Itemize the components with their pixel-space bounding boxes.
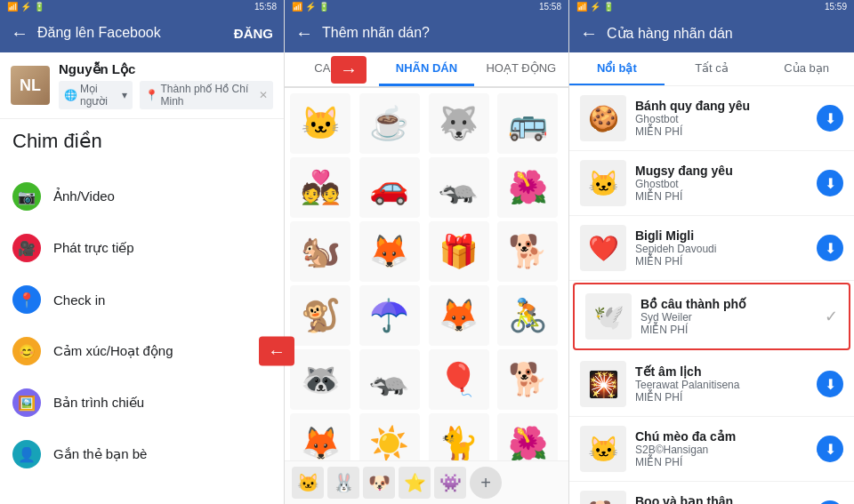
pack-price: MIỄN PHÍ bbox=[635, 125, 808, 138]
pack-price: MIỄN PHÍ bbox=[635, 456, 808, 468]
sticker-thumb[interactable]: 🐶 bbox=[363, 467, 395, 499]
panel1-title: Đăng lên Facebook bbox=[37, 25, 161, 41]
sticker-pack-item[interactable]: ❤️ Bigli Migli Sepideh Davoudi MIỄN PHÍ … bbox=[569, 216, 854, 281]
download-button[interactable]: ⬇ bbox=[817, 170, 843, 196]
sticker-cell[interactable]: 🦊 bbox=[429, 285, 489, 346]
globe-icon: 🌐 bbox=[64, 89, 77, 101]
add-sticker-button[interactable]: + bbox=[470, 467, 502, 499]
sticker-cell[interactable]: 🐈 bbox=[429, 413, 489, 460]
menu-item-emoji[interactable]: 😊 Cảm xúc/Hoạt động ← bbox=[0, 325, 284, 377]
download-button[interactable]: ⬇ bbox=[817, 235, 843, 261]
sticker-cell[interactable]: 🐕 bbox=[497, 221, 558, 282]
sticker-cell[interactable]: 🐿️ bbox=[290, 221, 350, 282]
menu-label-checkin: Check in bbox=[53, 292, 105, 308]
pack-thumbnail: 🍪 bbox=[580, 95, 626, 141]
sticker-cell[interactable]: 🚌 bbox=[497, 93, 558, 154]
sticker-pack-item[interactable]: 🐱 Chú mèo đa cảm S2B©Hansigan MIỄN PHÍ ⬇ bbox=[569, 417, 854, 482]
tab-camera[interactable]: CAM... bbox=[285, 52, 379, 86]
sticker-cell[interactable]: ☂️ bbox=[359, 285, 420, 346]
sticker-cell[interactable]: 🐺 bbox=[429, 93, 489, 154]
panel-stickers: 📶 ⚡ 🔋 15:58 ← Thêm nhãn dán? CAM... NHÃN… bbox=[285, 0, 569, 504]
menu-label-slideshow: Bản trình chiếu bbox=[53, 395, 144, 411]
sticker-cell[interactable]: 🦡 bbox=[359, 349, 420, 410]
tab-all[interactable]: Tất cả bbox=[665, 52, 760, 85]
tab-activity[interactable]: HOẠT ĐỘNG bbox=[474, 52, 568, 86]
pack-thumbnail: 🐕 bbox=[580, 491, 626, 504]
pack-info: Bồ câu thành phố Syd Weiler MIỄN PHÍ bbox=[640, 297, 816, 336]
pack-thumbnail: 🐱 bbox=[580, 160, 626, 206]
download-button[interactable]: ⬇ bbox=[817, 371, 843, 397]
status-time-p3: 15:59 bbox=[825, 2, 847, 12]
sticker-cell[interactable]: 🚴 bbox=[497, 285, 558, 346]
sticker-cell[interactable]: 🦊 bbox=[290, 413, 350, 460]
menu-item-photo[interactable]: 📷 Ảnh/Video bbox=[0, 171, 284, 222]
sticker-cell[interactable]: ☀️ bbox=[359, 413, 420, 460]
sticker-thumb[interactable]: ⭐ bbox=[399, 467, 431, 499]
sticker-thumb[interactable]: 👾 bbox=[434, 467, 466, 499]
location-tag[interactable]: 📍 Thành phố Hồ Chí Minh ✕ bbox=[140, 81, 273, 109]
panel2-header: ← Thêm nhãn dán? bbox=[285, 13, 568, 52]
menu-item-slideshow[interactable]: 🖼️ Bản trình chiếu bbox=[0, 377, 284, 428]
sticker-cell[interactable]: 🦝 bbox=[290, 349, 350, 410]
audience-selector[interactable]: 🌐 Mọi người ▾ bbox=[59, 81, 133, 109]
pack-name: Chú mèo đa cảm bbox=[635, 429, 808, 444]
sticker-cell[interactable]: 🦡 bbox=[429, 157, 489, 218]
user-details: Nguyễn Lộc 🌐 Mọi người ▾ 📍 Thành phố Hồ … bbox=[59, 61, 273, 109]
download-button[interactable]: ⬇ bbox=[817, 500, 843, 504]
live-icon: 🎥 bbox=[12, 234, 41, 262]
download-button[interactable]: ⬇ bbox=[817, 436, 843, 462]
pack-info: Bánh quy đang yêu Ghostbot MIỄN PHÍ bbox=[635, 99, 808, 138]
tab-stickers[interactable]: NHÃN DÁN bbox=[379, 52, 473, 86]
pack-name: Bồ câu thành phố bbox=[640, 297, 816, 311]
sticker-cell[interactable]: 🐕 bbox=[497, 349, 558, 410]
menu-label-photo: Ảnh/Video bbox=[53, 188, 115, 204]
sticker-cell[interactable]: 🎁 bbox=[429, 221, 489, 282]
avatar: NL bbox=[11, 66, 50, 105]
sticker-pack-item[interactable]: 🍪 Bánh quy đang yêu Ghostbot MIỄN PHÍ ⬇ bbox=[569, 86, 854, 151]
sticker-cell[interactable]: 💑 bbox=[290, 157, 350, 218]
back-icon-p1[interactable]: ← bbox=[11, 23, 28, 44]
photo-icon: 📷 bbox=[12, 182, 41, 211]
pack-info: Chú mèo đa cảm S2B©Hansigan MIỄN PHÍ bbox=[635, 429, 808, 468]
status-time-p2: 15:58 bbox=[539, 2, 561, 12]
user-name: Nguyễn Lộc bbox=[59, 61, 273, 77]
pack-info: Boo và bạn thân Buddy Boo, Inc. MIỄN PHÍ bbox=[635, 494, 808, 504]
back-icon-p3[interactable]: ← bbox=[580, 23, 598, 44]
tab-yours[interactable]: Của bạn bbox=[759, 52, 854, 85]
menu-item-checkin[interactable]: 📍 Check in bbox=[0, 274, 284, 325]
sticker-thumb[interactable]: 🐱 bbox=[292, 467, 324, 499]
menu-label-live: Phát trực tiếp bbox=[53, 240, 134, 256]
panel2-title: Thêm nhãn dán? bbox=[322, 25, 558, 41]
sticker-pack-item-highlighted[interactable]: 🕊️ Bồ câu thành phố Syd Weiler MIỄN PHÍ … bbox=[573, 283, 850, 350]
post-button[interactable]: ĐĂNG bbox=[234, 26, 273, 41]
pack-thumbnail: 🐱 bbox=[580, 426, 626, 472]
close-location-icon[interactable]: ✕ bbox=[259, 89, 268, 101]
menu-item-tag[interactable]: 👤 Gắn thẻ bạn bè bbox=[0, 428, 284, 480]
sticker-cell[interactable]: 🐱 bbox=[290, 93, 350, 154]
sticker-cell[interactable]: 🦊 bbox=[359, 221, 420, 282]
panel3-header: ← Cửa hàng nhãn dán bbox=[569, 13, 854, 52]
menu-item-live[interactable]: 🎥 Phát trực tiếp bbox=[0, 222, 284, 274]
user-info-section: NL Nguyễn Lộc 🌐 Mọi người ▾ 📍 Thành phố … bbox=[0, 52, 284, 119]
sticker-pack-item[interactable]: 🐱 Mugsy đang yêu Ghostbot MIỄN PHÍ ⬇ bbox=[569, 151, 854, 216]
panel3-title: Cửa hàng nhãn dán bbox=[607, 25, 843, 42]
sticker-thumb[interactable]: 🐰 bbox=[327, 467, 359, 499]
user-meta: 🌐 Mọi người ▾ 📍 Thành phố Hồ Chí Minh ✕ bbox=[59, 81, 273, 109]
download-button[interactable]: ⬇ bbox=[817, 105, 843, 132]
sticker-cell[interactable]: 🌺 bbox=[497, 157, 558, 218]
chevron-icon: ▾ bbox=[122, 89, 127, 101]
pack-author: Teerawat Palanitisena bbox=[635, 379, 808, 391]
tab-featured[interactable]: Nổi bật bbox=[569, 52, 665, 85]
sticker-pack-item[interactable]: 🐕 Boo và bạn thân Buddy Boo, Inc. MIỄN P… bbox=[569, 482, 854, 504]
pack-info: Tết âm lịch Teerawat Palanitisena MIỄN P… bbox=[635, 364, 808, 404]
slideshow-icon: 🖼️ bbox=[12, 388, 41, 417]
pack-price: MIỄN PHÍ bbox=[640, 324, 816, 336]
sticker-pack-item[interactable]: 🎇 Tết âm lịch Teerawat Palanitisena MIỄN… bbox=[569, 352, 854, 417]
sticker-cell[interactable]: 🐒 bbox=[290, 285, 350, 346]
back-icon-p2[interactable]: ← bbox=[295, 23, 313, 44]
sticker-cell[interactable]: 🎈 bbox=[429, 349, 489, 410]
sticker-cell[interactable]: ☕ bbox=[359, 93, 420, 154]
sticker-cell[interactable]: 🌺 bbox=[497, 413, 558, 460]
sticker-cell[interactable]: 🚗 bbox=[359, 157, 420, 218]
sticker-tabs: CAM... NHÃN DÁN HOẠT ĐỘNG bbox=[285, 52, 568, 88]
